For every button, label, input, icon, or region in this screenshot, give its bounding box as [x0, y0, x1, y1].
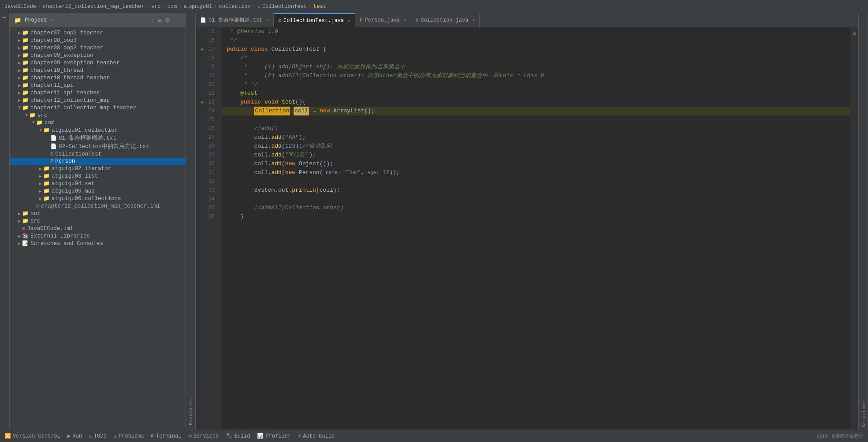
tree-item[interactable]: ▶ 📁 chapter09_exception — [10, 52, 186, 59]
tree-item[interactable]: ▶ 📁 chapter07_oop2_teacher — [10, 29, 186, 37]
tree-icon: 📚 — [22, 233, 29, 239]
gutter-line: ▶23 — [196, 98, 218, 107]
problems-item[interactable]: ⚠ Problems — [114, 433, 144, 439]
gutter-line: 15 — [196, 27, 218, 36]
tree-item[interactable]: ▼ 📁 atguigu01.collection — [10, 126, 186, 134]
gutter-line: 21 — [196, 80, 218, 89]
gutter-line: 33 — [196, 186, 218, 195]
breadcrumb-file[interactable]: CollectionTest — [262, 4, 307, 10]
bookmarks-label[interactable]: Bookmarks — [187, 15, 194, 428]
build-item[interactable]: 🔨 Build — [226, 433, 250, 439]
breadcrumb-test[interactable]: test — [313, 4, 326, 10]
breadcrumb-atguigu[interactable]: atguigu01 — [183, 4, 212, 10]
tree-arrow: ▶ — [38, 166, 43, 171]
tree-item[interactable]: ▶ 📁 atguigu05.map — [10, 187, 186, 195]
tree-icon: 📁 — [43, 173, 50, 179]
tree-item[interactable]: ▶ 📁 chapter08_oop3 — [10, 37, 186, 44]
tab-close-button[interactable]: ✕ — [348, 18, 350, 23]
profiler-icon: 📊 — [257, 433, 264, 439]
tree-item[interactable]: ▶ 📁 chapter08_oop3_teacher — [10, 44, 186, 52]
breadcrumb-module[interactable]: chapter12_collection_map_teacher — [43, 4, 144, 10]
tree-item[interactable]: ▶ 📝 Scratches and Consoles — [10, 240, 186, 247]
tree-item[interactable]: ▼ 📁 com — [10, 119, 186, 126]
auto-build-label: Auto-build — [303, 433, 335, 439]
gutter-line: 36 — [196, 212, 218, 221]
tab-close-button[interactable]: ✕ — [404, 18, 406, 23]
tree-item[interactable]: P Person — [10, 158, 186, 165]
main-layout: P 📁 Project ▾ ↕ ≡ ⚙ — ▶ 📁 chapter07_oop2… — [0, 13, 868, 430]
version-control-item[interactable]: 🔀 Version Control — [4, 433, 60, 439]
settings-button[interactable]: ⚙ — [164, 17, 171, 24]
collapse-button[interactable]: ≡ — [157, 17, 162, 24]
minimize-button[interactable]: — — [173, 17, 181, 24]
tree-item[interactable]: C CollectionTest — [10, 151, 186, 158]
breadcrumb-collection[interactable]: collection — [219, 4, 251, 10]
tree-item[interactable]: ▶ 📁 chapter11_api_teacher — [10, 89, 186, 97]
run-item[interactable]: ▶ Run — [67, 433, 82, 439]
auto-build-icon: ⚡ — [298, 433, 301, 439]
tab-close-button[interactable]: ✕ — [472, 18, 475, 23]
tree-icon: 📁 — [22, 104, 29, 111]
project-icon[interactable]: P — [2, 15, 7, 18]
tree-icon: 📁 — [43, 165, 50, 172]
tab-close-button[interactable]: ✕ — [266, 18, 269, 23]
tree-label: chapter10_thread_teacher — [30, 75, 110, 81]
tree-item[interactable]: ▶ 📁 chapter12_collection_map — [10, 97, 186, 104]
code-line: public void test(){ — [222, 98, 850, 107]
warning-icon: ⚠ — [853, 30, 856, 37]
editor-tab[interactable]: P Person.java ✕ — [355, 13, 411, 27]
tree-item[interactable]: ▶ 📁 atguigu04.set — [10, 180, 186, 187]
tree-item[interactable]: ▶ 📁 atguigu03.list — [10, 172, 186, 180]
tree-icon: 📁 — [43, 195, 50, 202]
tree-item[interactable]: ▶ 📁 chapter11_api — [10, 82, 186, 89]
gutter-line: 19 — [196, 63, 218, 71]
tree-item[interactable]: ⚙ JavaSECode.iml — [10, 225, 186, 232]
structure-label[interactable]: Structure — [861, 13, 868, 430]
tree-icon: 📁 — [43, 180, 50, 187]
code-line: * (1) add(Object obj): 添加元素对象到当前集合中 — [222, 63, 850, 71]
tree-item[interactable]: ▶ 📁 src — [10, 217, 186, 225]
tree-item[interactable]: ▶ 📁 atguigu06.collections — [10, 195, 186, 202]
editor-tab[interactable]: 📄 01-集合框架概述.txt ✕ — [196, 13, 274, 27]
profiler-item[interactable]: 📊 Profiler — [257, 433, 291, 439]
tree-item[interactable]: 📄 01-集合框架概述.txt — [10, 134, 186, 142]
todo-item[interactable]: ☑ TODO — [89, 433, 107, 439]
tree-icon: ⚙ — [36, 203, 39, 209]
tree-item[interactable]: ▶ 📁 chapter09_exception_teacher — [10, 59, 186, 67]
tree-arrow: ▶ — [38, 181, 43, 186]
tree-label: src — [30, 218, 41, 224]
dropdown-arrow-icon[interactable]: ▾ — [50, 18, 53, 23]
tree-arrow: ▶ — [17, 219, 22, 224]
terminal-item[interactable]: ⊞ Terminal — [151, 433, 182, 439]
tree-label: Person — [55, 158, 75, 164]
editor-tab[interactable]: C CollectionTest.java ✕ — [274, 13, 355, 27]
tree-item[interactable]: ▶ 📚 External Libraries — [10, 232, 186, 240]
auto-build-item[interactable]: ⚡ Auto-build — [298, 433, 335, 439]
tab-icon: 📄 — [200, 17, 206, 23]
gutter-line: 28 — [196, 142, 218, 151]
tree-item[interactable]: ▼ 📁 src — [10, 111, 186, 119]
breadcrumb-com[interactable]: com — [168, 4, 177, 10]
tree-item[interactable]: ▶ 📁 atguigu02.iterator — [10, 165, 186, 172]
sync-button[interactable]: ↕ — [150, 17, 155, 24]
tree-label: chapter11_api_teacher — [30, 90, 100, 96]
run-gutter-icon[interactable]: ▶ — [201, 45, 204, 54]
services-item[interactable]: ⚙ Services — [189, 433, 219, 439]
breadcrumb-project[interactable]: JavaSECode — [4, 4, 36, 10]
tab-icon: P — [360, 18, 363, 23]
tree-item[interactable]: 📄 02-Collection中的常用方法.txt — [10, 142, 186, 151]
run-gutter-icon[interactable]: ▶ — [201, 98, 204, 107]
tree-item[interactable]: ▶ 📁 chapter10_thread_teacher — [10, 74, 186, 82]
editor-tab[interactable]: C Collection.java ✕ — [411, 13, 480, 27]
tree-item[interactable]: ⚙ chapter12_collection_map_teacher.iml — [10, 202, 186, 210]
tree-arrow: ▶ — [17, 53, 22, 58]
code-content[interactable]: * @Version 1.0 */public class Collection… — [222, 27, 850, 430]
tree-item[interactable]: ▶ 📁 chapter10_thread — [10, 67, 186, 74]
code-line — [222, 177, 850, 186]
tree-item[interactable]: ▶ 📁 out — [10, 210, 186, 217]
folder-icon: 📁 — [14, 17, 21, 24]
tree-item[interactable]: ▼ 📁 chapter12_collection_map_teacher — [10, 104, 186, 111]
breadcrumb-src[interactable]: src — [151, 4, 161, 10]
csdn-info: CSDN @测试开发笔记 — [817, 433, 864, 439]
code-line — [222, 195, 850, 204]
